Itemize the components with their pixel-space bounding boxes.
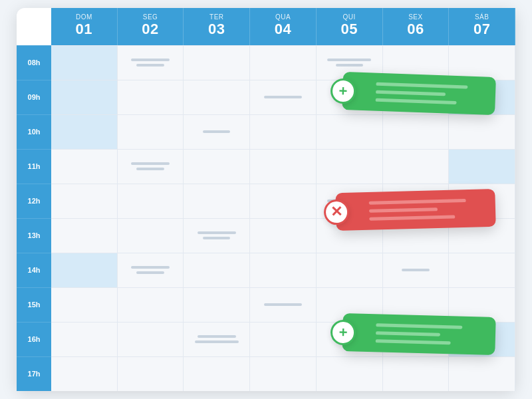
cell-17-ter[interactable] xyxy=(184,356,250,391)
card-line-r2 xyxy=(369,207,438,213)
time-15h: 15h xyxy=(17,287,51,322)
cell-17-sab[interactable] xyxy=(449,356,515,391)
header-time-empty xyxy=(17,8,51,45)
header-qua: QUA 04 xyxy=(250,8,317,45)
cell-11-qui[interactable] xyxy=(317,149,383,184)
cell-17-qua[interactable] xyxy=(250,356,317,391)
cell-15-ter[interactable] xyxy=(184,287,250,322)
cell-09-qua[interactable] xyxy=(250,80,317,114)
cell-17-dom[interactable] xyxy=(51,356,118,391)
cell-08-dom[interactable] xyxy=(51,45,118,80)
cell-13-ter[interactable] xyxy=(184,218,250,253)
cell-14-sab[interactable] xyxy=(449,253,515,287)
cell-10-qui[interactable] xyxy=(317,114,383,149)
cell-10-ter[interactable] xyxy=(184,114,250,149)
time-12h: 12h xyxy=(17,184,51,218)
cell-12-seg[interactable] xyxy=(118,184,184,218)
floating-card-red-mid[interactable]: ✕ xyxy=(335,189,495,231)
header-sab: SÁB 07 xyxy=(449,8,515,45)
floating-card-green-bot[interactable]: + xyxy=(342,313,495,355)
cell-08-qua[interactable] xyxy=(250,45,317,80)
cell-10-dom[interactable] xyxy=(51,114,118,149)
card-line-2 xyxy=(376,90,446,96)
time-10h: 10h xyxy=(17,114,51,149)
time-14h: 14h xyxy=(17,253,51,287)
cell-16-qua[interactable] xyxy=(250,322,317,356)
time-17h: 17h xyxy=(17,356,51,391)
cell-16-dom[interactable] xyxy=(51,322,118,356)
card-line-b3 xyxy=(376,340,451,345)
card-line-b2 xyxy=(376,332,440,337)
cell-08-ter[interactable] xyxy=(184,45,250,80)
card-line-r3 xyxy=(369,215,455,221)
cell-15-dom[interactable] xyxy=(51,287,118,322)
cell-11-sab[interactable] xyxy=(449,149,515,184)
cell-10-sab[interactable] xyxy=(449,114,515,149)
cell-13-seg[interactable] xyxy=(118,218,184,253)
cell-14-qua[interactable] xyxy=(250,253,317,287)
header-sex: SEX 06 xyxy=(383,8,450,45)
cell-12-dom[interactable] xyxy=(51,184,118,218)
cell-08-sab[interactable] xyxy=(449,45,515,80)
cell-13-dom[interactable] xyxy=(51,218,118,253)
cell-16-ter[interactable] xyxy=(184,322,250,356)
calendar-outer: DOM 01 SEG 02 TER 03 QUA 04 QUI 05 xyxy=(17,8,515,390)
header-qui: QUI 05 xyxy=(317,8,383,45)
cell-16-seg[interactable] xyxy=(118,322,184,356)
cell-08-seg[interactable] xyxy=(118,45,184,80)
cell-14-seg[interactable] xyxy=(118,253,184,287)
close-icon-mid: ✕ xyxy=(324,199,350,225)
cell-14-qui[interactable] xyxy=(317,253,383,287)
time-08h: 08h xyxy=(17,45,51,80)
cell-09-ter[interactable] xyxy=(184,80,250,114)
card-line-b1 xyxy=(376,324,462,329)
cell-11-ter[interactable] xyxy=(184,149,250,184)
card-line-r1 xyxy=(369,199,466,205)
time-09h: 09h xyxy=(17,80,51,114)
cell-13-qua[interactable] xyxy=(250,218,317,253)
header-seg: SEG 02 xyxy=(118,8,184,45)
cell-14-sex[interactable] xyxy=(383,253,450,287)
header-ter: TER 03 xyxy=(184,8,250,45)
add-icon-top: + xyxy=(330,78,356,104)
cell-10-sex[interactable] xyxy=(383,114,450,149)
cell-17-sex[interactable] xyxy=(383,356,450,391)
cell-09-dom[interactable] xyxy=(51,80,118,114)
time-16h: 16h xyxy=(17,322,51,356)
cell-14-ter[interactable] xyxy=(184,253,250,287)
add-icon-bot: + xyxy=(331,319,356,345)
floating-card-green-top[interactable]: + xyxy=(342,72,496,115)
card-line-3 xyxy=(376,98,457,104)
cell-11-sex[interactable] xyxy=(383,149,450,184)
cell-12-ter[interactable] xyxy=(184,184,250,218)
cell-17-seg[interactable] xyxy=(118,356,184,391)
cell-10-qua[interactable] xyxy=(250,114,317,149)
time-11h: 11h xyxy=(17,149,51,184)
header-dom: DOM 01 xyxy=(51,8,118,45)
card-line-1 xyxy=(376,82,467,89)
cell-12-qua[interactable] xyxy=(250,184,317,218)
cell-10-seg[interactable] xyxy=(118,114,184,149)
cell-11-qua[interactable] xyxy=(250,149,317,184)
cell-11-dom[interactable] xyxy=(51,149,118,184)
cell-15-seg[interactable] xyxy=(118,287,184,322)
cell-14-dom[interactable] xyxy=(51,253,118,287)
time-13h: 13h xyxy=(17,218,51,253)
cell-15-qua[interactable] xyxy=(250,287,317,322)
cell-11-seg[interactable] xyxy=(118,149,184,184)
cell-17-qui[interactable] xyxy=(317,356,383,391)
cell-09-seg[interactable] xyxy=(118,80,184,114)
